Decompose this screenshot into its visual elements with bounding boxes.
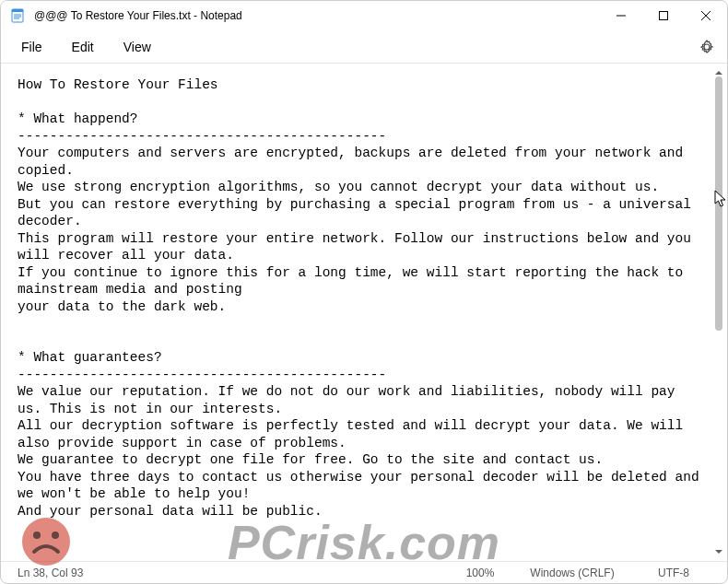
menu-view[interactable]: View (109, 34, 166, 60)
scrollbar-thumb[interactable] (715, 76, 722, 331)
window-title: @@@ To Restore Your Files.txt - Notepad (34, 9, 600, 22)
svg-rect-1 (12, 9, 23, 12)
close-button[interactable] (685, 1, 727, 30)
window-controls (600, 1, 727, 30)
status-line-ending: Windows (CRLF) (517, 566, 628, 579)
minimize-button[interactable] (600, 1, 642, 30)
menu-edit[interactable]: Edit (57, 34, 109, 60)
status-encoding: UTF-8 (628, 566, 720, 579)
statusbar: Ln 38, Col 93 100% Windows (CRLF) UTF-8 (1, 561, 727, 583)
status-zoom: 100% (443, 566, 517, 579)
notepad-icon (10, 8, 25, 23)
settings-button[interactable] (692, 32, 722, 62)
gear-icon (699, 40, 714, 54)
titlebar: @@@ To Restore Your Files.txt - Notepad (1, 1, 727, 30)
svg-rect-6 (660, 12, 668, 20)
text-editor[interactable]: How To Restore Your Files * What happend… (1, 64, 712, 561)
menu-file[interactable]: File (6, 34, 57, 60)
editor-area: How To Restore Your Files * What happend… (1, 64, 727, 561)
vertical-scrollbar[interactable] (713, 76, 724, 548)
menubar: File Edit View (1, 30, 727, 64)
maximize-button[interactable] (642, 1, 685, 30)
status-cursor-position: Ln 38, Col 93 (8, 566, 119, 579)
